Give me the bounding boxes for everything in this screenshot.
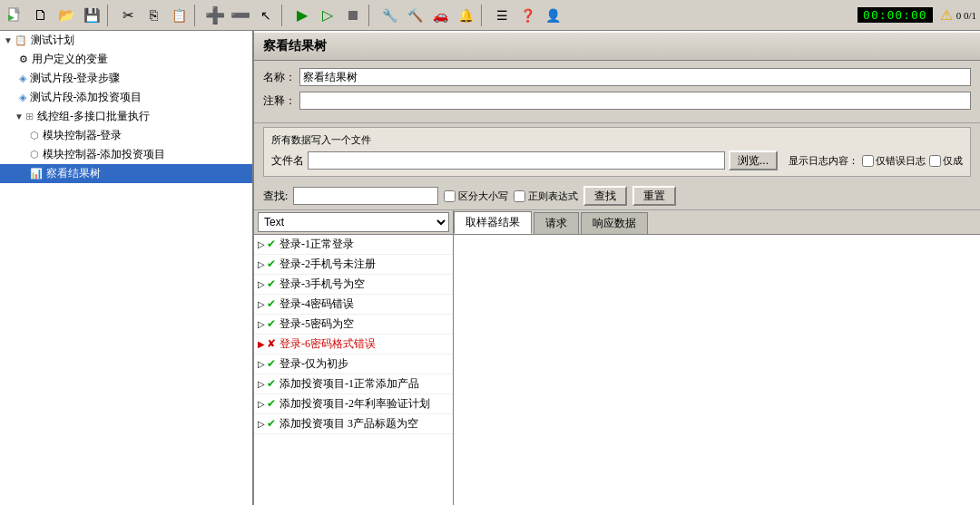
result-item[interactable]: ▷ ✔ 登录-1正常登录 <box>254 235 453 255</box>
status-ok-icon: ✔ <box>267 317 276 331</box>
name-input[interactable] <box>299 68 971 86</box>
file-input[interactable] <box>308 151 725 170</box>
search-label: 查找: <box>263 189 288 204</box>
open-button[interactable]: 📂 <box>54 4 78 27</box>
only-success-checkbox[interactable] <box>929 155 941 167</box>
only-error-checkbox[interactable] <box>862 155 874 167</box>
tool1-icon: 🔧 <box>382 8 397 23</box>
help-button[interactable]: ❓ <box>515 4 539 27</box>
tree-label-test-plan: 测试计划 <box>31 33 74 48</box>
right-panel: 察看结果树 名称： 注释： 所有数据写入一个文件 文件名 浏览... 显示日志内… <box>254 31 980 505</box>
result-item[interactable]: ▷ ✔ 添加投资项目-2年利率验证计划 <box>254 394 453 414</box>
stop-icon: ⏹ <box>346 7 360 24</box>
tab-sample-results[interactable]: 取样器结果 <box>454 211 532 234</box>
tab-request[interactable]: 请求 <box>534 212 579 234</box>
add-icon: ➕ <box>205 5 225 25</box>
file-section: 所有数据写入一个文件 文件名 浏览... 显示日志内容： 仅错误日志 仅成 <box>263 127 971 177</box>
tree-icon-login-fragment: ◈ <box>19 73 26 84</box>
tab-response-data[interactable]: 响应数据 <box>581 212 648 234</box>
svg-text:▶: ▶ <box>8 13 15 22</box>
expand-icon-result-tree <box>25 169 28 179</box>
new-file-button[interactable]: 🗋 <box>29 4 53 27</box>
tool2-button[interactable]: 🔨 <box>403 4 426 27</box>
results-list: ▷ ✔ 登录-1正常登录 ▷ ✔ 登录-2手机号未注册 ▷ ✔ 登录-3手机号为… <box>254 235 453 505</box>
move-up-button[interactable]: ↖ <box>254 4 278 27</box>
tool1-button[interactable]: 🔧 <box>377 4 401 27</box>
result-item[interactable]: ▷ ✔ 登录-2手机号未注册 <box>254 255 453 275</box>
result-item-error[interactable]: ▶ ✘ 登录-6密码格式错误 <box>254 335 453 354</box>
stop-button[interactable]: ⏹ <box>341 4 365 27</box>
paste-button[interactable]: 📋 <box>167 4 191 27</box>
user-icon: 👤 <box>545 8 561 23</box>
list-button[interactable]: ☰ <box>490 4 514 27</box>
result-item[interactable]: ▷ ✔ 登录-仅为初步 <box>254 354 453 374</box>
comment-input[interactable] <box>299 92 971 110</box>
cut-button[interactable]: ✂ <box>116 4 140 27</box>
expand-icon-module-login <box>25 131 28 141</box>
run-no-pause-button[interactable]: ▷ <box>316 4 339 27</box>
tree-label-invest-fragment: 测试片段-添加投资项目 <box>30 90 142 105</box>
tree-item-linecontrol[interactable]: ▼ ⊞ 线控组-多接口批量执行 <box>0 107 252 126</box>
result-item-label: 登录-4密码错误 <box>279 296 354 312</box>
new-button[interactable]: ▶ <box>4 4 27 27</box>
expand-icon-invest-fragment <box>15 92 17 102</box>
result-item[interactable]: ▷ ✔ 登录-5密码为空 <box>254 315 453 335</box>
bell-icon: 🔔 <box>458 8 474 23</box>
help-icon: ❓ <box>520 8 535 23</box>
browse-button[interactable]: 浏览... <box>729 151 778 170</box>
search-input[interactable] <box>293 187 438 205</box>
file-section-title: 所有数据写入一个文件 <box>271 133 963 147</box>
result-item[interactable]: ▷ ✔ 添加投资项目-1正常添加产品 <box>254 374 453 394</box>
expand-arrow: ▷ <box>258 279 265 289</box>
status-ok-icon: ✔ <box>267 397 276 411</box>
tool3-icon: 🚗 <box>433 8 448 23</box>
remove-button[interactable]: ➖ <box>229 4 252 27</box>
expand-arrow: ▷ <box>258 319 265 329</box>
tabs-bar: 取样器结果 请求 响应数据 <box>454 210 980 235</box>
result-item[interactable]: ▷ ✔ 登录-3手机号为空 <box>254 275 453 295</box>
comment-label: 注释： <box>263 93 299 109</box>
tree-icon-invest-fragment: ◈ <box>19 92 26 103</box>
result-item-label: 登录-仅为初步 <box>279 356 348 372</box>
format-dropdown[interactable]: Text <box>258 212 449 232</box>
copy-button[interactable]: ⎘ <box>142 4 165 27</box>
tree-item-login-fragment[interactable]: ◈ 测试片段-登录步骤 <box>0 69 252 88</box>
result-item-label: 登录-1正常登录 <box>279 237 354 252</box>
tree-item-test-plan[interactable]: ▼ 📋 测试计划 <box>0 31 252 50</box>
status-ok-icon: ✔ <box>267 377 276 391</box>
tree-item-invest-fragment[interactable]: ◈ 测试片段-添加投资项目 <box>0 88 252 107</box>
result-item[interactable]: ▷ ✔ 登录-4密码错误 <box>254 295 453 315</box>
result-item[interactable]: ▷ ✔ 添加投资项目 3产品标题为空 <box>254 414 453 434</box>
regex-checkbox[interactable] <box>514 190 525 202</box>
user-button[interactable]: 👤 <box>541 4 564 27</box>
tree-item-result-tree[interactable]: 📊 察看结果树 <box>0 164 252 183</box>
tree-item-module-invest[interactable]: ⬡ 模块控制器-添加投资项目 <box>0 145 252 164</box>
status-ok-icon: ✔ <box>267 257 276 271</box>
expand-arrow: ▷ <box>258 359 265 369</box>
tree-icon-user-vars: ⚙ <box>19 53 28 65</box>
list-icon: ☰ <box>496 8 508 23</box>
toolbar-separator-1 <box>107 5 113 26</box>
tree-label-linecontrol: 线控组-多接口批量执行 <box>37 109 150 124</box>
copy-icon: ⎘ <box>150 7 158 23</box>
tree-item-module-login[interactable]: ⬡ 模块控制器-登录 <box>0 126 252 145</box>
cut-icon: ✂ <box>122 7 134 24</box>
tool3-button[interactable]: 🚗 <box>428 4 452 27</box>
tree-item-user-vars[interactable]: ⚙ 用户定义的变量 <box>0 50 252 69</box>
regex-label: 正则表达式 <box>514 189 578 203</box>
tree-label-user-vars: 用户定义的变量 <box>32 52 108 67</box>
result-item-label: 添加投资项目 3产品标题为空 <box>279 416 418 432</box>
comment-row: 注释： <box>263 92 971 110</box>
add-button[interactable]: ➕ <box>203 4 227 27</box>
save-button[interactable]: 💾 <box>80 4 103 27</box>
case-sensitive-checkbox[interactable] <box>444 190 456 202</box>
expand-arrow: ▷ <box>258 379 265 389</box>
name-comment-section: 名称： 注释： <box>254 61 980 123</box>
find-button[interactable]: 查找 <box>583 186 627 206</box>
bell-button[interactable]: 🔔 <box>454 4 477 27</box>
warning-count: 0 0/1 <box>956 10 976 21</box>
run-button[interactable]: ▶ <box>290 4 314 27</box>
reset-button[interactable]: 重置 <box>632 186 676 206</box>
save-icon: 💾 <box>83 7 101 24</box>
tree-icon-linecontrol: ⊞ <box>25 111 34 122</box>
